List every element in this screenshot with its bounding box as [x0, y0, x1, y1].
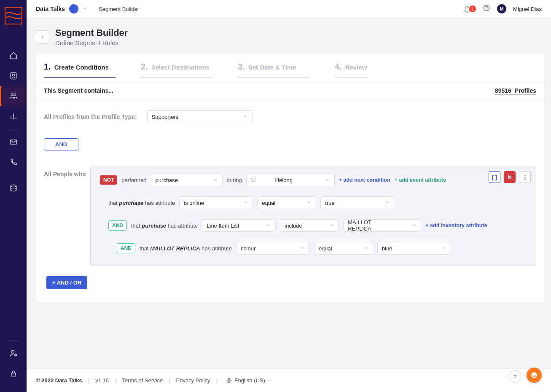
chevron-down-icon	[266, 223, 271, 229]
step-3-wrap[interactable]: 3. Set Date & Time	[238, 62, 309, 78]
attr3-operator-dropdown[interactable]: equal	[314, 242, 373, 255]
profile-type-value: Supporters	[152, 114, 179, 120]
nav-divider-3	[7, 340, 20, 341]
footer-sep: |	[88, 377, 89, 384]
brackets-button[interactable]: [ ]	[489, 171, 500, 183]
attr3-value-dropdown[interactable]: blue	[377, 242, 451, 255]
and-badge-l2[interactable]: AND	[108, 220, 127, 231]
nav-home[interactable]	[0, 46, 27, 66]
footer-privacy[interactable]: Privacy Policy	[176, 377, 210, 384]
profile-count: 89516	[495, 87, 511, 94]
not-badge[interactable]: NOT	[100, 175, 117, 185]
event-dropdown[interactable]: purchase	[151, 174, 223, 186]
scroll-top-button[interactable]	[509, 370, 521, 383]
rule-line-attr-3: AND that MAILLOT REPLICA has attribute c…	[100, 242, 530, 255]
attr2-value: MAILLOT REPLICA	[348, 219, 395, 232]
svg-point-3	[13, 94, 16, 96]
nav-divider	[7, 129, 20, 129]
attr3-value: blue	[382, 245, 392, 252]
step-2-wrap[interactable]: 2. Select Destinations	[141, 62, 212, 78]
attr3-attribute-dropdown[interactable]: colour	[236, 242, 310, 255]
back-button[interactable]	[36, 30, 49, 44]
during-text: during	[227, 177, 242, 183]
nav-data[interactable]	[0, 178, 27, 198]
attr1-value-dropdown[interactable]: true	[320, 196, 394, 209]
nav-email[interactable]	[0, 132, 27, 152]
attr1-operator-dropdown[interactable]: equal	[257, 196, 316, 209]
profile-type-label: All Profiles from the Profile Type:	[44, 113, 137, 120]
page-head: Segment Builder Define Segment Rules	[36, 27, 544, 46]
nav-divider-2	[7, 175, 20, 175]
nav-lock[interactable]	[0, 363, 27, 384]
org-dropdown-chevron[interactable]	[83, 6, 87, 12]
timeframe-value: lifelong	[275, 177, 293, 183]
builder-body: All Profiles from the Profile Type: Supp…	[36, 100, 544, 302]
footer-tos[interactable]: Terms of Service	[122, 377, 163, 384]
language-select[interactable]: English (US)	[226, 377, 272, 384]
logo-icon	[5, 8, 22, 24]
profile-type-dropdown[interactable]: Supporters	[147, 110, 253, 123]
svg-rect-10	[252, 178, 255, 181]
people-row: All People who [ ] N ⋮ NOT performed pur…	[44, 166, 536, 266]
l3-has-attr: has attribute	[200, 245, 232, 252]
profile-count-link[interactable]: 89516 Profiles	[495, 87, 536, 94]
database-icon	[9, 184, 18, 192]
svg-point-5	[11, 185, 16, 187]
nav-phone[interactable]	[0, 152, 27, 172]
svg-rect-0	[11, 73, 16, 79]
add-event-attribute-link[interactable]: + add event attribute	[395, 177, 446, 183]
add-inventory-attribute-link[interactable]: + add inventory attribute	[425, 223, 487, 228]
org-indicator[interactable]	[69, 4, 78, 13]
add-and-or-button[interactable]: + AND / OR	[46, 276, 87, 289]
logo	[5, 7, 22, 24]
rule-line-attr-1: that purchase has attribute is online eq…	[100, 196, 530, 209]
negate-button[interactable]: N	[504, 171, 516, 183]
nav-user-settings[interactable]	[0, 343, 27, 363]
step-4-label: Review	[345, 64, 367, 71]
timeframe-dropdown[interactable]: lifelong	[246, 174, 335, 186]
user-avatar[interactable]: M	[497, 4, 506, 13]
chevron-down-icon	[363, 245, 368, 252]
help-button[interactable]	[483, 4, 490, 13]
steps-row: 1. Create Conditions 2. Select Destinati…	[36, 54, 544, 81]
nav-analytics[interactable]	[0, 106, 27, 126]
chevron-down-icon	[268, 379, 272, 383]
people-label: All People who	[44, 166, 84, 177]
attr2-value-dropdown[interactable]: MAILLOT REPLICA	[343, 219, 421, 232]
chat-button[interactable]	[527, 368, 542, 383]
step-1-wrap[interactable]: 1. Create Conditions	[44, 62, 116, 78]
chevron-down-icon	[213, 177, 218, 183]
chevron-down-icon	[243, 114, 248, 120]
attr3-text: that MAILLOT REPLICA has attribute	[140, 245, 232, 252]
and-badge-l3[interactable]: AND	[117, 243, 135, 253]
chevron-down-icon	[329, 223, 334, 229]
org-name: Data Talks	[36, 5, 65, 12]
attr1-attribute-dropdown[interactable]: is online	[179, 196, 253, 209]
add-next-condition-link[interactable]: + add next condition	[339, 177, 390, 183]
and-operator-badge[interactable]: AND	[44, 138, 78, 150]
nav-segments[interactable]	[0, 86, 27, 106]
footer-version: v1.16	[95, 377, 109, 384]
phone-icon	[9, 158, 18, 166]
rule-line-event: NOT performed purchase during lifelong	[100, 174, 530, 186]
chat-icon	[530, 371, 538, 379]
arrow-up-icon	[512, 373, 518, 379]
language-value: English (US)	[234, 377, 265, 384]
svg-point-12	[531, 372, 537, 378]
nav-profile[interactable]	[0, 66, 27, 86]
rule-actions: [ ] N ⋮	[489, 171, 531, 183]
nav-secondary	[0, 338, 27, 384]
more-actions-button[interactable]: ⋮	[519, 171, 531, 183]
notifications[interactable]: 1	[463, 5, 476, 13]
attr2-attribute-dropdown[interactable]: Line Item List	[202, 219, 276, 232]
attr2-operator-dropdown[interactable]: include	[280, 219, 339, 232]
chevron-down-icon	[411, 223, 417, 229]
step-4-wrap[interactable]: 4. Review	[335, 62, 368, 78]
breadcrumb: Segment Builder	[99, 6, 139, 12]
chevron-down-icon	[325, 177, 330, 183]
page-titles: Segment Builder Define Segment Rules	[55, 27, 128, 46]
attr1-value: true	[325, 200, 334, 206]
wizard-card: 1. Create Conditions 2. Select Destinati…	[36, 53, 544, 302]
footer-sep: |	[115, 377, 116, 384]
step-3-label: Set Date & Time	[248, 64, 296, 71]
